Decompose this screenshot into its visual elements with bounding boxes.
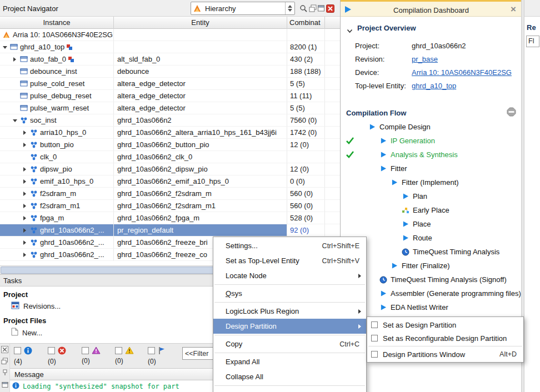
flow-item-assembler-generate-programming-files[interactable]: Assembler (Generate programming files) xyxy=(341,287,521,300)
pin-messages-icon[interactable] xyxy=(2,369,8,378)
flow-item-fitter-implement[interactable]: Fitter (Implement) xyxy=(341,175,521,189)
expand-arrow-icon[interactable] xyxy=(22,200,29,212)
column-header-entity[interactable]: Entity xyxy=(114,17,287,29)
flow-item-place[interactable]: Place xyxy=(341,217,521,231)
expand-arrow-icon[interactable] xyxy=(22,175,29,188)
tree-row[interactable]: f2sdram_m1ghrd_10as066n2_f2sdram_m1560 (… xyxy=(0,200,340,212)
revision-link[interactable]: pr_base xyxy=(412,55,438,63)
expand-arrow-icon[interactable] xyxy=(22,212,29,224)
expand-arrow-icon[interactable] xyxy=(22,237,29,249)
menu-checkbox[interactable] xyxy=(371,321,378,328)
stop-icon[interactable] xyxy=(507,107,516,118)
submenu-item-set-as-reconfigurable-design-partition[interactable]: Set as Reconfigurable Design Partition xyxy=(367,331,523,345)
flow-item-timequest-timing-analysis-signoff[interactable]: TimeQuest Timing Analysis (Signoff) xyxy=(341,273,521,287)
menu-item-copy[interactable]: CopyCtrl+C xyxy=(213,336,366,351)
critical-filter-checkbox[interactable] xyxy=(82,347,89,354)
tree-row[interactable]: auto_fab_0alt_sld_fab_0430 (2) xyxy=(0,53,340,66)
flow-item-fitter-finalize[interactable]: Fitter (Finalize) xyxy=(341,259,521,273)
tree-row[interactable]: debounce_instdebounce188 (188) xyxy=(0,66,340,78)
submenu-arrow-icon xyxy=(358,324,361,329)
flow-item-ip-generation[interactable]: IP Generation xyxy=(341,134,521,148)
clipped-panel-filter[interactable]: Fl xyxy=(526,36,539,47)
menu-item-set-as-top-level-entity[interactable]: Set as Top-Level EntityCtrl+Shift+V xyxy=(213,253,366,268)
dock-window-icon[interactable] xyxy=(317,4,326,13)
play-icon xyxy=(378,304,388,311)
warning-filter-checkbox[interactable] xyxy=(115,347,122,354)
tree-row[interactable]: soc_instghrd_10as066n27560 (0) xyxy=(0,114,340,127)
flag-filter-checkbox[interactable] xyxy=(148,347,155,354)
menu-item-logiclock-plus-region[interactable]: LogicLock Plus Region xyxy=(213,304,366,319)
float-messages-icon[interactable] xyxy=(1,358,8,366)
close-messages-icon[interactable] xyxy=(1,346,8,355)
top-level-entity-link[interactable]: ghrd_a10_top xyxy=(412,82,456,90)
expand-arrow-icon[interactable] xyxy=(22,188,29,200)
play-icon xyxy=(378,165,388,172)
info-filter-checkbox[interactable] xyxy=(14,347,21,354)
flow-item-timequest-timing-analysis[interactable]: TimeQuest Timing Analysis xyxy=(341,245,521,259)
expand-arrow-icon[interactable] xyxy=(22,163,29,175)
flow-item-fitter[interactable]: Fitter xyxy=(341,162,521,175)
dashboard-titlebar: Compilation Dashboard × xyxy=(341,0,521,17)
float-window-icon[interactable] xyxy=(308,4,317,13)
tree-row[interactable]: arria10_hps_0ghrd_10as066n2_altera_arria… xyxy=(0,127,340,139)
tree-row[interactable]: fpga_mghrd_10as066n2_fpga_m528 (0) xyxy=(0,212,340,224)
collapse-arrow-icon[interactable] xyxy=(12,114,19,127)
error-filter-checkbox[interactable] xyxy=(48,347,55,354)
navigator-close-button[interactable] xyxy=(326,4,334,13)
hierarchy-view-selector[interactable]: Hierarchy xyxy=(191,2,295,15)
menu-separator xyxy=(214,335,365,335)
menu-item-settings[interactable]: Settings...Ctrl+Shift+E xyxy=(213,238,366,253)
instance-name: soc_inst xyxy=(30,114,57,127)
combinational-value xyxy=(287,29,325,41)
expand-arrow-icon[interactable] xyxy=(22,249,29,261)
expand-arrow-icon[interactable] xyxy=(12,53,19,66)
tree-row[interactable]: clk_0ghrd_10as066n2_clk_0 xyxy=(0,151,340,163)
tree-row[interactable]: ghrd_10as066n2_...pr_region_default92 (0… xyxy=(0,224,340,237)
expand-arrow-icon[interactable] xyxy=(22,127,29,139)
tree-row[interactable]: f2sdram_mghrd_10as066n2_f2sdram_m560 (0) xyxy=(0,188,340,200)
expand-arrow-icon[interactable] xyxy=(22,139,29,151)
flow-item-early-place[interactable]: Early Place xyxy=(341,203,521,217)
menu-item-label: Set as Reconfigurable Design Partition xyxy=(383,334,517,343)
tree-row[interactable]: emif_a10_hps_0ghrd_10as066n2_emif_a10_hp… xyxy=(0,175,340,188)
error-filter-group: (0) xyxy=(48,346,66,365)
menu-item-label: Expand All xyxy=(226,358,359,366)
menu-item-qsys[interactable]: Qsys xyxy=(213,286,366,301)
dashboard-close-button[interactable]: × xyxy=(511,4,516,15)
flow-item-analysis-synthesis[interactable]: Analysis & Synthesis xyxy=(341,148,521,162)
menu-item-locate-node[interactable]: Locate Node xyxy=(213,268,366,283)
menu-item-properties[interactable]: Properties xyxy=(213,387,366,392)
column-header-instance[interactable]: Instance xyxy=(0,17,114,29)
flow-item-plan[interactable]: Plan xyxy=(341,189,521,203)
dock-messages-icon[interactable] xyxy=(2,381,8,390)
submenu-item-design-partitions-window[interactable]: Design Partitions WindowAlt+D xyxy=(367,348,523,361)
collapse-arrow-icon[interactable] xyxy=(2,41,9,53)
tree-row[interactable]: ghrd_a10_top8200 (1) xyxy=(0,41,340,53)
tree-row[interactable]: pulse_warm_resetaltera_edge_detector5 (5… xyxy=(0,102,340,114)
entity-name: ghrd_10as066n2_f2sdram_m1 xyxy=(114,200,287,212)
instance-name: button_pio xyxy=(40,139,74,151)
submenu-item-set-as-design-partition[interactable]: Set as Design Partition xyxy=(367,318,523,331)
view-selector-spinner[interactable] xyxy=(285,2,294,14)
device-link[interactable]: Arria 10: 10AS066N3F40E2SG xyxy=(412,68,512,77)
column-header-combinational[interactable]: Combinat xyxy=(287,17,325,29)
tree-row[interactable]: Arria 10: 10AS066N3F40E2SG xyxy=(0,29,340,41)
menu-item-collapse-all[interactable]: Collapse All xyxy=(213,369,366,384)
flow-item-route[interactable]: Route xyxy=(341,231,521,245)
tree-row[interactable]: pulse_debug_resetaltera_edge_detector11 … xyxy=(0,90,340,102)
menu-checkbox[interactable] xyxy=(371,351,378,358)
menu-checkbox[interactable] xyxy=(371,335,378,341)
flow-item-compile-design[interactable]: Compile Design xyxy=(341,120,521,134)
search-icon[interactable] xyxy=(299,4,308,13)
menu-item-expand-all[interactable]: Expand All xyxy=(213,354,366,369)
instance-name: Arria 10: 10AS066N3F40E2SG xyxy=(13,29,113,41)
inst-icon xyxy=(9,43,18,51)
tree-row[interactable]: button_pioghrd_10as066n2_button_pio12 (0… xyxy=(0,139,340,151)
expand-arrow-icon[interactable] xyxy=(22,224,29,237)
tree-row[interactable]: dipsw_pioghrd_10as066n2_dipsw_pio12 (0) xyxy=(0,163,340,175)
menu-item-design-partition[interactable]: Design Partition xyxy=(213,319,366,334)
chevron-down-icon[interactable] xyxy=(347,27,353,35)
tree-row[interactable]: pulse_cold_resetaltera_edge_detector5 (5… xyxy=(0,78,340,90)
flow-item-eda-netlist-writer[interactable]: EDA Netlist Writer xyxy=(341,300,521,314)
hierarchy-table-header: Instance Entity Combinat xyxy=(0,17,340,29)
